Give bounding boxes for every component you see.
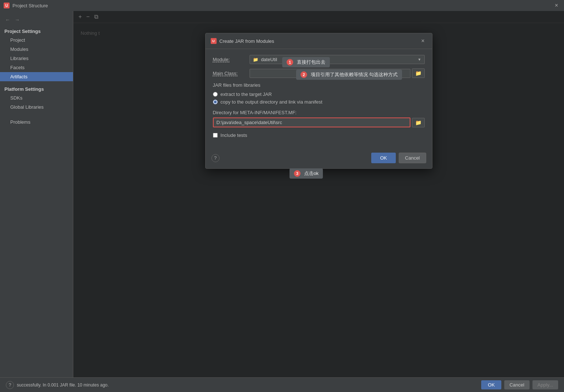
module-label: Module: [213, 57, 250, 62]
title-bar: U Project Structure × [0, 0, 564, 11]
directory-input[interactable] [213, 117, 410, 127]
bottom-cancel-button[interactable]: Cancel [504, 380, 529, 389]
jar-files-section-title: JAR files from libraries [213, 82, 425, 88]
window-close-button[interactable]: × [553, 1, 560, 10]
sidebar-item-modules-label: Modules [10, 46, 28, 52]
dialog-title: Create JAR from Modules [220, 38, 274, 44]
sidebar-nav-arrows: ← → [0, 15, 73, 26]
radio-copy[interactable] [213, 100, 218, 104]
sidebar-item-global-libraries[interactable]: Global Libraries [0, 102, 73, 112]
sidebar: ← → Project Settings Project Modules Lib… [0, 11, 73, 377]
modal-overlay: U Create JAR from Modules × Module: � [73, 11, 564, 377]
sidebar-item-libraries[interactable]: Libraries [0, 54, 73, 63]
sidebar-item-modules[interactable]: Modules [0, 45, 73, 54]
main-container: ← → Project Settings Project Modules Lib… [0, 11, 564, 377]
back-button[interactable]: ← [4, 16, 12, 23]
project-settings-label: Project Settings [0, 26, 73, 36]
bottom-help-button[interactable]: ? [6, 381, 14, 389]
radio-copy-label: copy to the output directory and link vi… [221, 99, 322, 105]
directory-folder-button[interactable]: 📁 [412, 118, 425, 127]
window-title: Project Structure [12, 3, 48, 8]
sidebar-item-artifacts[interactable]: Artifacts [0, 72, 73, 81]
title-bar-left: U Project Structure [4, 3, 48, 8]
main-class-row: Main Class: 📁 [213, 68, 425, 78]
radio-extract[interactable] [213, 92, 218, 97]
create-jar-dialog: U Create JAR from Modules × Module: � [205, 33, 432, 169]
sidebar-item-sdks[interactable]: SDKs [0, 93, 73, 102]
bottom-bar-left: ? successfully. In 0.001 JAR file. 10 mi… [6, 381, 109, 389]
sidebar-item-libraries-label: Libraries [10, 56, 29, 61]
dialog-header-left: U Create JAR from Modules [211, 38, 274, 44]
dialog-help-button[interactable]: ? [211, 154, 220, 162]
sidebar-item-project-label: Project [10, 37, 25, 43]
include-tests-checkbox[interactable] [213, 133, 218, 138]
sidebar-item-artifacts-label: Artifacts [10, 74, 27, 79]
include-tests-row: Include tests [213, 132, 425, 138]
main-class-input[interactable] [250, 69, 410, 78]
sidebar-item-global-libraries-label: Global Libraries [10, 104, 44, 110]
sidebar-item-problems[interactable]: Problems [0, 117, 73, 127]
directory-label: Directory for META-INF/MANIFEST.MF: [213, 110, 425, 115]
radio-extract-label: extract to the target JAR [221, 92, 272, 97]
module-select-arrow: ▼ [418, 57, 421, 61]
bottom-bar-right: OK Cancel Apply... [481, 380, 558, 389]
callout-3-text: 点击ok [304, 171, 319, 176]
dialog-ok-button[interactable]: OK [371, 153, 396, 163]
status-text: successfully. In 0.001 JAR file. 10 minu… [17, 382, 109, 388]
sidebar-item-sdks-label: SDKs [10, 95, 22, 101]
sidebar-item-facets-label: Facets [10, 65, 25, 70]
sidebar-item-facets[interactable]: Facets [0, 63, 73, 72]
main-class-folder-button[interactable]: 📁 [412, 68, 425, 78]
dialog-body: Module: 📁 dateUtil ▼ [206, 49, 432, 150]
module-value: dateUtil [261, 57, 277, 62]
module-control: 📁 dateUtil ▼ [250, 55, 425, 64]
main-class-label: Main Class: [213, 71, 250, 76]
callout-3-badge: 3 [294, 170, 301, 177]
radio-row-1: extract to the target JAR [213, 92, 425, 97]
include-tests-label: Include tests [221, 132, 247, 138]
directory-field-row: 📁 [213, 117, 425, 127]
dialog-cancel-button[interactable]: Cancel [399, 153, 426, 163]
dialog-footer: ? OK Cancel [206, 150, 432, 168]
platform-settings-label: Platform Settings [0, 84, 73, 93]
module-folder-icon: 📁 [253, 57, 258, 62]
dialog-header: U Create JAR from Modules × [206, 33, 432, 49]
content-area: + − ⧉ Nothing t U Create JAR from Module… [73, 11, 564, 377]
bottom-apply-button[interactable]: Apply... [532, 380, 558, 389]
sidebar-item-problems-label: Problems [10, 119, 30, 125]
forward-button[interactable]: → [13, 16, 21, 23]
radio-row-2: copy to the output directory and link vi… [213, 99, 425, 105]
bottom-bar: ? successfully. In 0.001 JAR file. 10 mi… [0, 377, 564, 392]
module-select[interactable]: 📁 dateUtil ▼ [250, 55, 425, 64]
directory-section: Directory for META-INF/MANIFEST.MF: 📁 [213, 110, 425, 127]
bottom-ok-button[interactable]: OK [481, 380, 501, 389]
sidebar-item-project[interactable]: Project [0, 36, 73, 45]
dialog-footer-buttons: OK Cancel [371, 153, 426, 163]
dialog-close-button[interactable]: × [419, 37, 427, 45]
dialog-app-icon: U [211, 38, 217, 44]
callout-3: 3 点击ok [290, 168, 323, 179]
main-class-control: 📁 [250, 68, 425, 78]
app-icon: U [4, 3, 10, 8]
radio-group: extract to the target JAR copy to the ou… [213, 92, 425, 105]
module-row: Module: 📁 dateUtil ▼ [213, 55, 425, 64]
